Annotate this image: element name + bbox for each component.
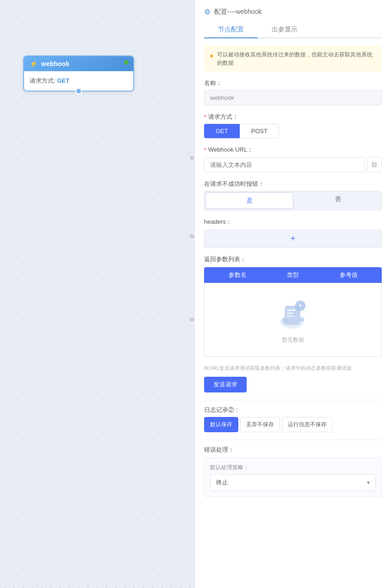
node-method-value: GET (57, 77, 69, 84)
info-box: ● 可以被动接收其他系统传过来的数据，也能主动去获取其他系统的数据 (204, 46, 382, 72)
add-header-button[interactable]: + (204, 230, 382, 248)
svg-rect-2 (286, 309, 295, 311)
yes-button[interactable]: 是 (205, 192, 293, 209)
edit-icon: ⊟ (372, 161, 377, 168)
log-no-runtime-button[interactable]: 运行信息不保存 (282, 417, 333, 432)
svg-point-7 (282, 318, 288, 324)
url-field-group: * Webhook URL： ⊟ (204, 146, 382, 172)
col-ref: 参考值 (321, 271, 376, 279)
error-toggle-group: 在请求不成功时报错： 是 否 (204, 180, 382, 210)
divider-2 (204, 440, 382, 440)
return-params-group: 返回参数列表： 参数名 类型 参考值 + (204, 255, 382, 357)
divider-1 (204, 400, 382, 400)
webhook-node[interactable]: ⚡ webhook 请求方式: GET (23, 55, 134, 92)
no-button[interactable]: 否 (294, 191, 381, 210)
svg-text:+: + (298, 302, 302, 309)
headers-field-group: headers： + (204, 218, 382, 248)
error-handling-group: 错误处理： 默认处理策略： 终止 ▾ (204, 446, 382, 497)
table-header: 参数名 类型 参考值 (204, 267, 382, 283)
tab-output-params[interactable]: 出参显示 (258, 22, 311, 38)
right-panel: ⚙ 配置----webhook 节点配置 出参显示 ● 可以被动接收其他系统传过… (194, 0, 391, 588)
node-connector (75, 88, 82, 94)
log-default-button[interactable]: 默认保存 (204, 417, 238, 432)
default-strategy-value: 终止 (216, 478, 228, 487)
url-icon-button[interactable]: ⊟ (367, 157, 382, 172)
info-text: 可以被动接收其他系统传过来的数据，也能主动去获取其他系统的数据 (217, 50, 376, 67)
log-discard-button[interactable]: 丢弃不保存 (240, 417, 280, 432)
node-title: webhook (41, 60, 69, 67)
svg-rect-4 (286, 315, 294, 317)
name-field-group: 名称： (204, 79, 382, 105)
error-handling-label: 错误处理： (204, 446, 382, 454)
hint-text: 向URL发送请求测试获取参数列表；请求中的动态参数将取测试值 (204, 364, 382, 372)
log-label: 日志记录②： (204, 406, 382, 414)
method-post-button[interactable]: POST (240, 124, 279, 138)
panel-header: ⚙ 配置----webhook (195, 0, 391, 16)
tab-node-config[interactable]: 节点配置 (204, 22, 258, 38)
empty-icon: + (274, 295, 311, 332)
col-type: 类型 (265, 271, 321, 279)
status-dot (124, 60, 129, 65)
chevron-down-icon: ▾ (367, 479, 370, 486)
default-strategy-select[interactable]: 终止 ▾ (210, 474, 376, 491)
svg-rect-3 (286, 312, 293, 314)
log-buttons: 默认保存 丢弃不保存 运行信息不保存 (204, 417, 382, 432)
required-star-url: * (204, 147, 206, 153)
return-params-label: 返回参数列表： (204, 255, 382, 263)
svg-point-8 (300, 317, 304, 322)
log-field-group: 日志记录②： 默认保存 丢弃不保存 运行信息不保存 (204, 406, 382, 432)
tabs-container: 节点配置 出参显示 (204, 22, 382, 38)
gear-icon: ⚙ (204, 7, 211, 16)
method-field-group: * 请求方式： GET POST (204, 113, 382, 138)
name-label: 名称： (204, 79, 382, 87)
plus-icon: + (291, 234, 296, 243)
panel-content: ● 可以被动接收其他系统传过来的数据，也能主动去获取其他系统的数据 名称： * … (195, 38, 391, 588)
node-method-label: 请求方式: (30, 77, 56, 84)
yes-no-toggle: 是 否 (204, 191, 382, 210)
webhook-icon: ⚡ (30, 60, 37, 67)
required-star: * (204, 114, 206, 121)
node-header: ⚡ webhook (24, 56, 133, 71)
method-get-button[interactable]: GET (204, 124, 240, 138)
table-body: + 暂无数据 (204, 283, 382, 357)
url-input[interactable] (204, 157, 365, 172)
url-label: * Webhook URL： (204, 146, 382, 154)
method-buttons: GET POST (204, 124, 382, 138)
empty-text: 暂无数据 (282, 336, 304, 344)
send-request-group: 向URL发送请求测试获取参数列表；请求中的动态参数将取测试值 发送请求 (204, 364, 382, 392)
arrow-right-3: » (190, 314, 194, 324)
col-name: 参数名 (210, 271, 265, 279)
panel-title: 配置----webhook (214, 8, 262, 16)
name-input[interactable] (204, 90, 382, 105)
url-input-row: ⊟ (204, 157, 382, 172)
empty-state: + 暂无数据 (265, 286, 321, 353)
default-strategy-label: 默认处理策略： (210, 464, 376, 472)
arrow-right-1: » (190, 153, 194, 162)
error-section: 默认处理策略： 终止 ▾ (204, 458, 382, 497)
canvas-area: ⚡ webhook 请求方式: GET » » » (0, 0, 194, 588)
send-request-button[interactable]: 发送请求 (204, 377, 247, 392)
error-label: 在请求不成功时报错： (204, 180, 382, 188)
info-icon: ● (210, 51, 213, 67)
arrow-right-2: » (190, 231, 194, 241)
method-label: * 请求方式： (204, 113, 382, 121)
headers-label: headers： (204, 218, 382, 226)
